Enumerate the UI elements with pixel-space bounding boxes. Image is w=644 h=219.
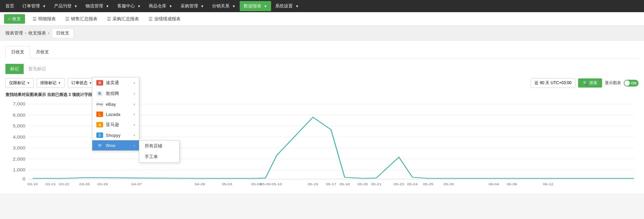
svg-text:03-26: 03-26 — [79, 182, 90, 186]
table-icon-3: ☰ — [107, 16, 111, 22]
wxw-submenu: 所有店铺 手工单 — [139, 140, 180, 163]
nav-purchase[interactable]: 采购管理 ▼ — [176, 1, 208, 11]
tab-daily[interactable]: 日收支 — [5, 46, 30, 58]
store-wxw[interactable]: W Wxw › 所有店铺 手工单 — [92, 140, 139, 150]
shopyy-icon: S — [96, 132, 103, 138]
svg-text:1,000: 1,000 — [13, 168, 25, 172]
top-nav: 首页 订单管理 ▼ 产品刊登 ▼ 物流管理 ▼ 客服中心 ▼ 商品仓库 ▼ 采购… — [0, 0, 644, 12]
breadcrumb-current: 日收支 — [52, 28, 74, 38]
svg-text:05-15: 05-15 — [308, 182, 318, 186]
sub-nav-detail[interactable]: ☰ 明细报表 — [30, 15, 58, 23]
date-range-btn[interactable]: 近 90 天 UTC+03:00 — [531, 78, 575, 88]
svg-text:05-18: 05-18 — [339, 182, 350, 186]
chart-toggle[interactable]: ON — [624, 80, 639, 87]
svg-text:6,000: 6,000 — [13, 113, 25, 117]
filter-right: 近 90 天 UTC+03:00 🔍 搜索 显示图表 ON — [531, 78, 639, 88]
breadcrumb-income[interactable]: 收支报表 — [28, 30, 46, 36]
nav-home[interactable]: 首页 — [1, 1, 18, 11]
submenu-manual[interactable]: 手工单 — [139, 151, 179, 162]
store-sumai[interactable]: 速 速卖通 › — [92, 77, 139, 88]
store-ebay[interactable]: ebay eBay › — [92, 99, 139, 109]
sub-nav-performance[interactable]: ☰ 业绩绩成报表 — [146, 15, 183, 23]
breadcrumb-sep1: › — [25, 30, 26, 35]
nav-distribution[interactable]: 分销关系 ▼ — [208, 1, 240, 11]
svg-text:06-06: 06-06 — [507, 182, 517, 186]
search-button[interactable]: 🔍 搜索 — [578, 78, 602, 88]
toggle-label: 显示图表 — [605, 80, 621, 86]
svg-text:2,000: 2,000 — [13, 157, 25, 161]
table-icon-2: ☰ — [65, 16, 70, 22]
toggle-knob — [624, 80, 630, 86]
svg-text:5,000: 5,000 — [13, 124, 25, 128]
nav-settings[interactable]: 系统设置 ▼ — [271, 1, 303, 11]
store-lazada[interactable]: L Lazada › — [92, 109, 139, 119]
chevron-down-icon: ▼ — [27, 81, 30, 85]
sub-nav-purchase[interactable]: ☰ 采购汇总报表 — [105, 15, 141, 23]
svg-text:05-23: 05-23 — [394, 182, 404, 186]
nav-products[interactable]: 产品刊登 ▼ — [50, 1, 82, 11]
svg-text:7,000: 7,000 — [13, 102, 25, 106]
svg-text:05-24: 05-24 — [407, 182, 418, 186]
svg-text:04-28: 04-28 — [195, 182, 205, 186]
nav-reports[interactable]: 数据报表 ▼ — [240, 1, 271, 11]
svg-text:05-25: 05-25 — [423, 182, 434, 186]
svg-text:03-22: 03-22 — [59, 182, 70, 186]
tab-monthly[interactable]: 月收支 — [30, 46, 55, 58]
svg-text:05-20: 05-20 — [358, 182, 368, 186]
nav-orders[interactable]: 订单管理 ▼ — [18, 1, 50, 11]
svg-text:03-21: 03-21 — [45, 182, 56, 186]
svg-text:06-04: 06-04 — [489, 182, 499, 186]
svg-text:4,000: 4,000 — [13, 135, 25, 139]
sub-nav: ○ 收支 ☰ 明细报表 ☰ 销售汇总报表 ☰ 采购汇总报表 ☰ 业绩绩成报表 — [0, 12, 644, 26]
svg-text:05-17: 05-17 — [326, 182, 336, 186]
circle-icon: ○ — [8, 16, 11, 21]
lazada-icon: L — [96, 112, 103, 117]
svg-text:05-03: 05-03 — [222, 182, 232, 186]
income-expense-btn[interactable]: ○ 收支 — [4, 14, 25, 24]
svg-text:05-28: 05-28 — [444, 182, 454, 186]
breadcrumb-sep2: › — [48, 30, 49, 35]
svg-text:05-10: 05-10 — [271, 182, 282, 186]
svg-text:04-07: 04-07 — [132, 182, 142, 186]
svg-text:3,000: 3,000 — [13, 146, 25, 150]
nav-customer[interactable]: 客服中心 ▼ — [113, 1, 145, 11]
dunhuang-icon: 敦 — [96, 91, 103, 96]
store-dunhuang[interactable]: 敦 敦煌网 › — [92, 88, 139, 99]
table-icon-4: ☰ — [148, 16, 153, 22]
chevron-right-icon-2: › — [134, 92, 135, 96]
svg-text:03-19: 03-19 — [27, 182, 38, 186]
filter-only-mark[interactable]: 仅限标记 ▼ — [5, 78, 34, 88]
chevron-right-icon-5: › — [134, 123, 135, 127]
svg-text:03-29: 03-29 — [97, 182, 108, 186]
store-shopyy[interactable]: S Shopyy › — [92, 130, 139, 140]
ebay-icon: ebay — [96, 101, 103, 107]
svg-text:06-12: 06-12 — [543, 182, 553, 186]
nav-warehouse[interactable]: 商品仓库 ▼ — [145, 1, 176, 11]
store-amazon[interactable]: a 亚马逊 › — [92, 119, 139, 130]
amazon-icon: a — [96, 122, 103, 127]
tab-bar: 日收支 月收支 — [5, 46, 639, 58]
breadcrumb-reports[interactable]: 报表管理 — [5, 30, 23, 36]
sub-nav-sales[interactable]: ☰ 销售汇总报表 — [63, 15, 99, 23]
svg-text:05-09: 05-09 — [260, 182, 271, 186]
filter-exclude-mark[interactable]: 排除标记 ▼ — [37, 78, 65, 88]
chevron-right-icon: › — [134, 81, 135, 85]
wxw-icon: W — [96, 143, 103, 148]
table-icon: ☰ — [32, 16, 37, 22]
chevron-right-icon-7: › — [134, 144, 135, 147]
chevron-right-icon-6: › — [134, 133, 135, 137]
toggle-on-text: ON — [631, 81, 637, 85]
nav-logistics[interactable]: 物流管理 ▼ — [81, 1, 113, 11]
svg-text:05-21: 05-21 — [371, 182, 382, 186]
chevron-right-icon-3: › — [134, 102, 135, 106]
search-icon: 🔍 — [583, 81, 588, 86]
breadcrumb: 报表管理 › 收支报表 › 日收支 — [0, 26, 644, 41]
mark-section: 标记 暂无标记 — [5, 64, 639, 74]
submenu-all-stores[interactable]: 所有店铺 — [139, 141, 179, 151]
store-menu: 速 速卖通 › 敦 敦煌网 › ebay eBay › L Lazada › a… — [92, 77, 139, 151]
chevron-down-icon-2: ▼ — [58, 81, 61, 85]
sumai-icon: 速 — [96, 80, 103, 86]
mark-value: 暂无标记 — [24, 64, 51, 74]
svg-text:0: 0 — [23, 177, 25, 181]
chevron-right-icon-4: › — [134, 113, 135, 116]
